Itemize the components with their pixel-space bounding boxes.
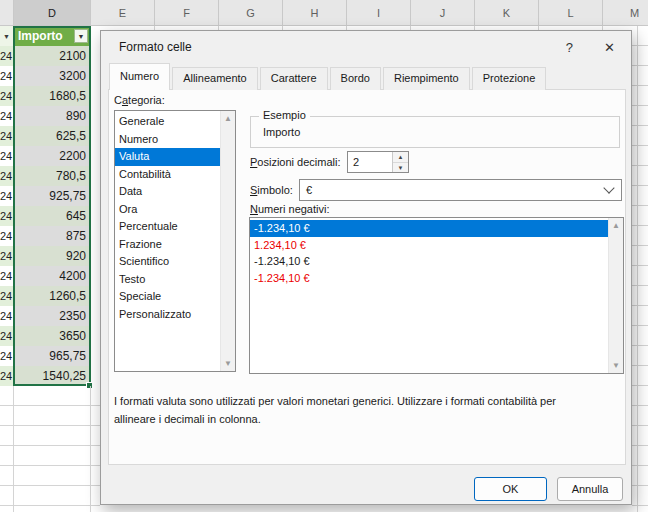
table-row: 24780,5: [0, 166, 91, 186]
cell-d[interactable]: 3650: [14, 326, 91, 346]
negative-format[interactable]: -1.234,10 €: [250, 270, 608, 287]
spin-up-icon[interactable]: ▲: [393, 152, 408, 163]
cell-d[interactable]: 925,75: [14, 186, 91, 206]
cell-c[interactable]: 24: [0, 246, 14, 266]
cancel-button[interactable]: Annulla: [557, 477, 623, 501]
cell-d[interactable]: 1680,5: [14, 86, 91, 106]
category-item[interactable]: Frazione: [115, 236, 220, 254]
category-item[interactable]: Generale: [115, 113, 220, 131]
cell-c[interactable]: 24: [0, 66, 14, 86]
cell-d[interactable]: 4200: [14, 266, 91, 286]
category-item[interactable]: Numero: [115, 131, 220, 149]
cell-c[interactable]: 24: [0, 206, 14, 226]
column-header-c-sliver[interactable]: [0, 0, 14, 25]
category-label: Categoria:: [114, 94, 165, 106]
category-item[interactable]: Percentuale: [115, 218, 220, 236]
decimals-stepper[interactable]: 2 ▲ ▼: [347, 151, 409, 173]
column-header-e[interactable]: E: [91, 0, 155, 25]
category-listbox: Generale Numero Valuta Contabilità Data …: [114, 110, 236, 372]
cell-c[interactable]: 24: [0, 226, 14, 246]
cell-d[interactable]: 965,75: [14, 346, 91, 366]
symbol-dropdown[interactable]: €: [299, 179, 622, 201]
negatives-scrollbar[interactable]: ▲ ▼: [608, 218, 623, 373]
negatives-label: Numeri negativi:: [250, 203, 330, 215]
table-row: 24625,5: [0, 126, 91, 146]
category-item[interactable]: Contabilità: [115, 166, 220, 184]
cell-c[interactable]: 24: [0, 166, 14, 186]
decimals-value[interactable]: 2: [348, 152, 392, 172]
table-header-importo[interactable]: Importo ▼: [14, 26, 91, 46]
negative-format[interactable]: 1.234,10 €: [250, 237, 608, 254]
cell-c[interactable]: 24: [0, 286, 14, 306]
column-header-i[interactable]: I: [347, 0, 411, 25]
table-row: 242100: [0, 46, 91, 66]
category-item[interactable]: Personalizzato: [115, 306, 220, 324]
cell-d[interactable]: 920: [14, 246, 91, 266]
gridline-vertical: [90, 386, 91, 512]
cell-c[interactable]: 24: [0, 126, 14, 146]
category-item[interactable]: Ora: [115, 201, 220, 219]
table-body: 242100 243200 241680,5 24890 24625,5 242…: [0, 46, 91, 386]
scroll-up-icon[interactable]: ▲: [221, 114, 235, 123]
cell-d[interactable]: 1540,25: [14, 366, 91, 386]
cell-d[interactable]: 2100: [14, 46, 91, 66]
cell-c[interactable]: 24: [0, 306, 14, 326]
column-header-d[interactable]: D: [14, 0, 91, 25]
tab-allineamento[interactable]: Allineamento: [172, 67, 258, 90]
cell-d[interactable]: 625,5: [14, 126, 91, 146]
column-header-m[interactable]: M: [603, 0, 648, 25]
filter-dropdown-icon[interactable]: ▼: [0, 26, 14, 46]
cell-d[interactable]: 875: [14, 226, 91, 246]
table-row: 24925,75: [0, 186, 91, 206]
cell-c[interactable]: 24: [0, 46, 14, 66]
column-header-f[interactable]: F: [155, 0, 219, 25]
cell-c[interactable]: 24: [0, 146, 14, 166]
category-item[interactable]: Data: [115, 183, 220, 201]
cell-d[interactable]: 2200: [14, 146, 91, 166]
cell-c[interactable]: 24: [0, 186, 14, 206]
cell-c[interactable]: 24: [0, 346, 14, 366]
example-groupbox: Esempio Importo: [250, 116, 620, 148]
cell-c[interactable]: 24: [0, 326, 14, 346]
category-item[interactable]: Speciale: [115, 288, 220, 306]
cell-c[interactable]: 24: [0, 266, 14, 286]
scroll-down-icon[interactable]: ▼: [609, 361, 623, 370]
spin-down-icon[interactable]: ▼: [393, 163, 408, 173]
scroll-down-icon[interactable]: ▼: [221, 359, 235, 368]
cell-c[interactable]: 24: [0, 86, 14, 106]
example-group-label: Esempio: [259, 109, 310, 121]
column-header-h[interactable]: H: [283, 0, 347, 25]
close-icon[interactable]: ✕: [604, 40, 615, 55]
cell-c[interactable]: 24: [0, 366, 14, 386]
column-header-k[interactable]: K: [475, 0, 539, 25]
category-item[interactable]: Scientifico: [115, 253, 220, 271]
table-row: 242350: [0, 306, 91, 326]
cell-d[interactable]: 1260,5: [14, 286, 91, 306]
cell-d[interactable]: 780,5: [14, 166, 91, 186]
column-header-g[interactable]: G: [219, 0, 283, 25]
category-item-selected[interactable]: Valuta: [115, 148, 220, 166]
negative-format-selected[interactable]: -1.234,10 €: [250, 220, 608, 237]
cell-d[interactable]: 645: [14, 206, 91, 226]
category-item[interactable]: Testo: [115, 271, 220, 289]
table-row: 244200: [0, 266, 91, 286]
column-header-j[interactable]: J: [411, 0, 475, 25]
tab-numero[interactable]: Numero: [109, 63, 170, 90]
symbol-label: Simbolo:: [250, 184, 293, 196]
cell-d[interactable]: 890: [14, 106, 91, 126]
cell-c[interactable]: 24: [0, 106, 14, 126]
cell-d[interactable]: 3200: [14, 66, 91, 86]
filter-dropdown-icon[interactable]: ▼: [74, 29, 88, 43]
tab-carattere[interactable]: Carattere: [260, 67, 328, 90]
negative-format[interactable]: -1.234,10 €: [250, 253, 608, 270]
tab-bordo[interactable]: Bordo: [330, 67, 381, 90]
ok-button[interactable]: OK: [474, 477, 547, 501]
column-header-l[interactable]: L: [539, 0, 603, 25]
table-row: 242200: [0, 146, 91, 166]
category-scrollbar[interactable]: ▲ ▼: [220, 111, 235, 371]
scroll-up-icon[interactable]: ▲: [609, 221, 623, 230]
tab-riempimento[interactable]: Riempimento: [383, 67, 470, 90]
tab-protezione[interactable]: Protezione: [472, 67, 547, 90]
help-icon[interactable]: ?: [566, 40, 573, 55]
cell-d[interactable]: 2350: [14, 306, 91, 326]
